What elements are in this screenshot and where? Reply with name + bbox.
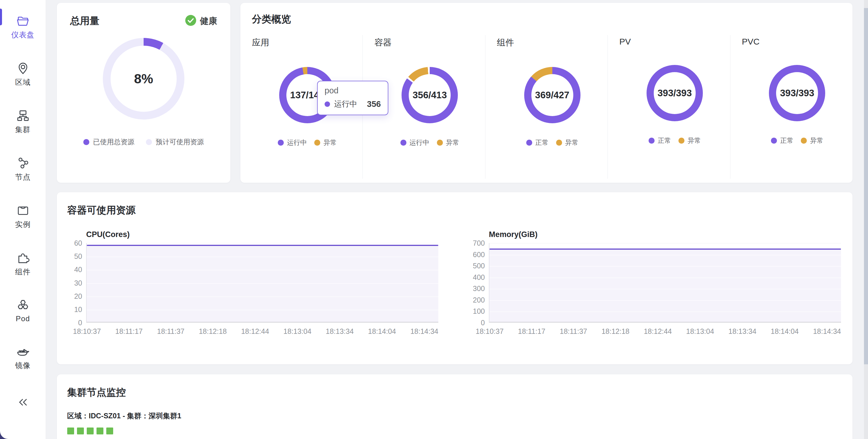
- x-axis-tick: 18:13:34: [326, 327, 353, 335]
- legend-label: 异常: [565, 138, 579, 147]
- x-axis-tick: 18:10:37: [73, 327, 101, 335]
- node-status-square[interactable]: [96, 428, 103, 434]
- y-axis: 6050403020100: [67, 243, 86, 323]
- category-donut-chart[interactable]: 369/427: [524, 67, 581, 123]
- total-usage-card: 总用量 健康 8% 已使用总资源 预计可使用资源: [57, 3, 230, 183]
- legend-label: 异常: [688, 136, 701, 145]
- category-overview-title: 分类概览: [240, 12, 852, 26]
- sidebar-item-label: 节点: [15, 172, 31, 182]
- category-column-4: PVC 393/393 正常 异常: [730, 35, 852, 179]
- legend-ok: 运行中: [278, 138, 307, 147]
- category-donut-chart[interactable]: 393/393: [769, 65, 825, 121]
- legend-label: 正常: [780, 136, 793, 145]
- x-axis-tick: 18:12:44: [644, 327, 672, 335]
- legend-dot: [526, 140, 532, 146]
- sidebar-item-1[interactable]: 区域: [11, 62, 34, 87]
- x-axis-tick: 18:13:04: [686, 327, 714, 335]
- series-area-fill: [490, 249, 841, 322]
- sidebar-item-label: 实例: [15, 220, 31, 230]
- y-axis-tick: 50: [74, 252, 82, 261]
- y-axis-tick: 10: [74, 305, 82, 314]
- tooltip-series-dot: [324, 101, 330, 107]
- gridline: [87, 270, 438, 270]
- active-item-indicator: [0, 9, 2, 25]
- y-axis-tick: 30: [74, 279, 82, 287]
- x-axis-tick: 18:11:17: [518, 327, 545, 335]
- legend-bad: 异常: [437, 138, 459, 147]
- sidebar-item-label: Pod: [16, 314, 30, 323]
- legend-dot: [314, 140, 320, 146]
- health-status-label: 健康: [200, 15, 217, 27]
- legend-label: 正常: [658, 136, 671, 145]
- cluster-monitor-subtitle: 区域：IDC-SZ01 - 集群：深圳集群1: [67, 411, 842, 420]
- line-plot-area[interactable]: [489, 243, 841, 323]
- gridline: [87, 243, 438, 244]
- chart-label: Memory(GiB): [489, 230, 841, 239]
- x-axis: 18:10:3718:11:1718:11:3718:12:1818:12:44…: [73, 327, 438, 335]
- legend-bad: 异常: [678, 136, 701, 145]
- gridline: [87, 257, 438, 257]
- collapse-double-chevron-icon: [17, 404, 30, 409]
- y-axis-tick: 300: [473, 285, 485, 293]
- line-plot-area[interactable]: [86, 243, 438, 323]
- legend-dot: [83, 139, 89, 145]
- scrollbar-thumb[interactable]: [864, 8, 868, 364]
- legend-label: 正常: [535, 138, 549, 147]
- dashboard-folder-icon: [17, 14, 30, 28]
- category-label: PV: [619, 37, 631, 47]
- gridline: [490, 255, 841, 256]
- y-axis: 7006005004003002001000: [470, 243, 489, 323]
- region-pin-icon: [17, 62, 30, 75]
- sidebar-item-5[interactable]: 组件: [11, 252, 34, 277]
- sidebar-item-2[interactable]: 集群: [11, 109, 34, 135]
- category-donut-chart[interactable]: 393/393: [647, 65, 703, 121]
- resource-chart-0: CPU(Cores) 6050403020100 18:10:3718:11:1…: [67, 230, 438, 335]
- legend-label: 异常: [446, 138, 459, 147]
- y-axis-tick: 200: [473, 296, 485, 304]
- resource-chart-1: Memory(GiB) 7006005004003002001000 18:10…: [470, 230, 841, 335]
- x-axis-tick: 18:13:34: [728, 327, 756, 335]
- series-line: [490, 248, 841, 250]
- y-axis-tick: 600: [473, 250, 485, 259]
- gridline: [87, 310, 438, 310]
- sidebar-item-3[interactable]: 节点: [11, 156, 34, 182]
- gridline: [87, 296, 438, 297]
- legend-dot: [437, 140, 443, 146]
- sidebar-item-label: 组件: [15, 267, 31, 277]
- x-axis-tick: 18:13:04: [283, 327, 311, 335]
- gridline: [490, 289, 841, 289]
- sidebar-item-4[interactable]: 实例: [11, 204, 34, 230]
- pod-hover-tooltip: pod 运行中 356: [317, 81, 388, 115]
- category-donut-chart[interactable]: 356/413: [402, 67, 458, 123]
- category-column-3: PV 393/393 正常 异常: [608, 35, 730, 179]
- x-axis-tick: 18:12:18: [199, 327, 227, 335]
- container-resources-card: 容器可使用资源 CPU(Cores) 6050403020100 18:10:3…: [57, 192, 852, 364]
- sidebar: 仪表盘 区域 集群 节点 实例 组件 Pod 镜像: [0, 0, 46, 439]
- x-axis-tick: 18:11:37: [560, 327, 587, 335]
- cluster-tree-icon: [17, 109, 30, 122]
- total-usage-donut-chart[interactable]: 8%: [103, 38, 184, 119]
- legend-bad: 异常: [801, 136, 823, 145]
- node-status-square[interactable]: [77, 428, 84, 434]
- node-status-square[interactable]: [106, 428, 113, 434]
- legend-label: 已使用总资源: [93, 137, 134, 147]
- legend-ok: 正常: [649, 136, 671, 145]
- sidebar-item-pod[interactable]: Pod: [11, 299, 34, 323]
- tooltip-series-value: 356: [367, 99, 381, 109]
- node-status-square[interactable]: [67, 428, 74, 434]
- sidebar-item-0[interactable]: 仪表盘: [11, 14, 34, 40]
- y-axis-tick: 0: [78, 319, 82, 327]
- node-status-square[interactable]: [87, 428, 94, 434]
- x-axis-tick: 18:14:04: [368, 327, 396, 335]
- sidebar-item-7[interactable]: 镜像: [11, 345, 34, 371]
- category-label: PVC: [742, 37, 760, 47]
- legend-dot: [400, 140, 406, 146]
- x-axis: 18:10:3718:11:1718:11:3718:12:1818:12:44…: [476, 327, 841, 335]
- y-axis-tick: 500: [473, 262, 485, 270]
- x-axis-tick: 18:12:18: [601, 327, 629, 335]
- y-axis-tick: 700: [473, 239, 485, 247]
- sidebar-collapse-button[interactable]: [17, 397, 30, 409]
- sidebar-item-label: 集群: [15, 125, 31, 135]
- y-axis-tick: 400: [473, 273, 485, 281]
- component-puzzle-icon: [17, 252, 30, 265]
